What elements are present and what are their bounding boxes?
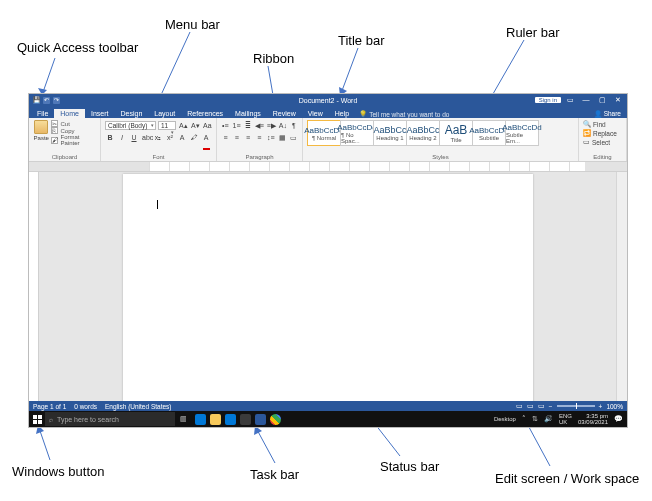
font-size-select[interactable]: 11 [158,121,176,130]
borders-button[interactable]: ▭ [289,132,298,142]
style-normal[interactable]: AaBbCcDd¶ Normal [307,120,341,146]
tab-home[interactable]: Home [54,109,85,118]
replace-button[interactable]: 🔁Replace [583,129,622,137]
style-heading2[interactable]: AaBbCcHeading 2 [406,120,440,146]
windows-start-button[interactable] [29,411,45,427]
ann-title-bar: Title bar [338,33,384,48]
view-print-icon[interactable]: ▭ [527,402,534,410]
horizontal-ruler[interactable] [29,162,627,172]
align-center-button[interactable]: ≡ [232,132,241,142]
tray-volume-icon[interactable]: 🔊 [544,416,553,422]
sign-in-button[interactable]: Sign in [535,97,561,103]
view-read-icon[interactable]: ▭ [516,402,523,410]
tab-design[interactable]: Design [114,109,148,118]
tray-clock[interactable]: 3:35 pm03/09/2021 [578,413,608,425]
zoom-level[interactable]: 100% [606,403,623,410]
store-icon[interactable] [240,414,251,425]
desktop-toolbar[interactable]: Desktop [494,416,516,422]
style-subtitle[interactable]: AaBbCcDdSubtitle [472,120,506,146]
multilevel-button[interactable]: ≣ [244,120,252,130]
shrink-font-button[interactable]: A▾ [190,120,200,130]
indent-dec-button[interactable]: ◀≡ [254,120,264,130]
qat-save-icon[interactable]: 💾 [33,97,40,104]
cut-button[interactable]: ✂Cut [51,120,96,127]
share-button[interactable]: 👤 Share [594,110,627,118]
tab-view[interactable]: View [302,109,329,118]
status-language[interactable]: English (United States) [105,403,171,410]
strike-button[interactable]: abc [141,132,151,142]
cursor-icon: ▭ [583,138,590,146]
mail-icon[interactable] [225,414,236,425]
tray-language[interactable]: ENGUK [559,413,572,425]
file-explorer-icon[interactable] [210,414,221,425]
tray-network-icon[interactable]: ⇅ [532,416,538,422]
style-subtle-em[interactable]: AaBbCcDdSubtle Em... [505,120,539,146]
ribbon-group-editing: 🔍Find 🔁Replace ▭Select Editing [579,118,627,161]
align-right-button[interactable]: ≡ [243,132,252,142]
status-words[interactable]: 0 words [74,403,97,410]
paste-button[interactable]: Paste [33,120,49,144]
tab-insert[interactable]: Insert [85,109,115,118]
style-heading1[interactable]: AaBbCcHeading 1 [373,120,407,146]
taskbar-search[interactable]: ⌕ Type here to search [45,412,175,426]
ribbon-options-icon[interactable]: ▭ [563,94,577,106]
bold-button[interactable]: B [105,132,115,142]
word-icon[interactable] [255,414,266,425]
tab-layout[interactable]: Layout [148,109,181,118]
action-center-icon[interactable]: 💬 [614,416,623,422]
font-color-button[interactable]: A [201,132,211,142]
text-effects-button[interactable]: A [177,132,187,142]
tell-me-search[interactable]: 💡Tell me what you want to do [359,110,449,118]
grow-font-button[interactable]: A▴ [178,120,188,130]
tab-references[interactable]: References [181,109,229,118]
view-web-icon[interactable]: ▭ [538,402,545,410]
zoom-slider[interactable] [557,405,595,407]
tab-help[interactable]: Help [329,109,355,118]
chrome-icon[interactable] [270,414,281,425]
tab-file[interactable]: File [31,109,54,118]
tab-review[interactable]: Review [267,109,302,118]
highlight-button[interactable]: 🖍 [189,132,199,142]
italic-button[interactable]: I [117,132,127,142]
tab-mailings[interactable]: Mailings [229,109,267,118]
numbering-button[interactable]: 1≡ [232,120,242,130]
replace-icon: 🔁 [583,129,591,137]
vertical-scrollbar[interactable] [616,172,627,401]
justify-button[interactable]: ≡ [255,132,264,142]
vertical-ruler[interactable] [29,172,39,401]
subscript-button[interactable]: x₂ [153,132,163,142]
tray-chevron-icon[interactable]: ˄ [522,416,526,422]
qat-undo-icon[interactable]: ↶ [43,97,50,104]
select-button[interactable]: ▭Select [583,138,622,146]
minimize-button[interactable]: — [579,94,593,106]
task-view-button[interactable]: ▥ [175,411,191,427]
bullets-button[interactable]: •≡ [221,120,230,130]
zoom-in-button[interactable]: + [599,403,603,410]
indent-inc-button[interactable]: ≡▶ [266,120,276,130]
style-title[interactable]: AaBTitle [439,120,473,146]
edge-icon[interactable] [195,414,206,425]
ann-windows-button: Windows button [12,464,105,479]
qat-redo-icon[interactable]: ↷ [53,97,60,104]
show-marks-button[interactable]: ¶ [290,120,298,130]
underline-button[interactable]: U [129,132,139,142]
find-button[interactable]: 🔍Find [583,120,622,128]
sort-button[interactable]: A↓ [278,120,288,130]
zoom-out-button[interactable]: − [549,403,553,410]
close-button[interactable]: ✕ [611,94,625,106]
align-left-button[interactable]: ≡ [221,132,230,142]
change-case-button[interactable]: Aa [202,120,212,130]
format-painter-button[interactable]: 🖌Format Painter [51,134,96,146]
copy-button[interactable]: ⎘Copy [51,127,96,134]
maximize-button[interactable]: ▢ [595,94,609,106]
status-page[interactable]: Page 1 of 1 [33,403,66,410]
document-page[interactable] [123,174,533,401]
shading-button[interactable]: ▦ [278,132,287,142]
font-name-select[interactable]: Calibri (Body) [105,121,156,130]
status-bar: Page 1 of 1 0 words English (United Stat… [29,401,627,411]
svg-line-10 [38,425,50,460]
style-no-spacing[interactable]: AaBbCcDd¶ No Spac... [340,120,374,146]
line-spacing-button[interactable]: ↕≡ [266,132,276,142]
ann-task-bar: Task bar [250,467,299,482]
brush-icon: 🖌 [51,137,58,144]
